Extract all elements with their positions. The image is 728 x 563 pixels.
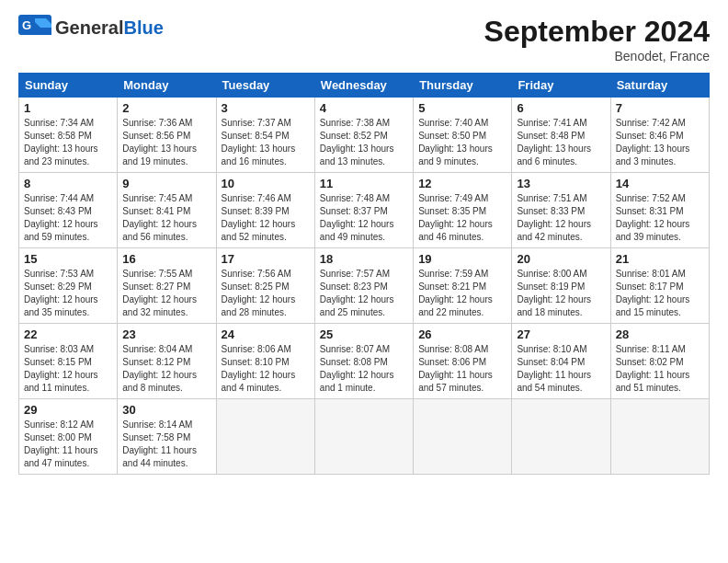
day-info: Sunrise: 8:08 AMSunset: 8:06 PMDaylight:… (418, 343, 506, 395)
day-info: Sunrise: 8:04 AMSunset: 8:12 PMDaylight:… (122, 343, 210, 395)
calendar-cell: 23Sunrise: 8:04 AMSunset: 8:12 PMDayligh… (118, 324, 216, 399)
svg-text:G: G (22, 18, 31, 32)
day-number: 5 (418, 101, 506, 115)
day-info: Sunrise: 7:48 AMSunset: 8:37 PMDaylight:… (320, 192, 408, 244)
day-info: Sunrise: 8:12 AMSunset: 8:00 PMDaylight:… (24, 419, 112, 470)
day-number: 9 (122, 177, 210, 190)
day-number: 27 (517, 327, 605, 341)
day-info: Sunrise: 7:34 AMSunset: 8:58 PMDaylight:… (24, 117, 112, 168)
day-info: Sunrise: 8:01 AMSunset: 8:17 PMDaylight:… (616, 268, 704, 319)
day-info: Sunrise: 8:00 AMSunset: 8:19 PMDaylight:… (517, 268, 605, 319)
header-thursday: Thursday (414, 74, 512, 98)
logo: G GeneralBlue (18, 15, 164, 40)
day-number: 7 (616, 101, 704, 115)
calendar-cell: 22Sunrise: 8:03 AMSunset: 8:15 PMDayligh… (19, 324, 118, 399)
day-info: Sunrise: 7:40 AMSunset: 8:50 PMDaylight:… (418, 117, 506, 168)
day-info: Sunrise: 7:52 AMSunset: 8:31 PMDaylight:… (616, 192, 704, 244)
day-number: 3 (222, 101, 310, 115)
calendar-cell: 4Sunrise: 7:38 AMSunset: 8:52 PMDaylight… (314, 98, 413, 173)
header-tuesday: Tuesday (216, 74, 314, 98)
header: G GeneralBlue September 2024 Benodet, Fr… (18, 15, 710, 63)
calendar-cell: 12Sunrise: 7:49 AMSunset: 8:35 PMDayligh… (414, 173, 512, 248)
day-info: Sunrise: 7:38 AMSunset: 8:52 PMDaylight:… (320, 117, 408, 168)
day-number: 30 (122, 403, 210, 417)
calendar-cell: 10Sunrise: 7:46 AMSunset: 8:39 PMDayligh… (216, 173, 314, 248)
month-title: September 2024 (484, 15, 710, 49)
day-number: 13 (517, 177, 605, 190)
calendar-cell: 28Sunrise: 8:11 AMSunset: 8:02 PMDayligh… (610, 324, 709, 399)
day-info: Sunrise: 8:03 AMSunset: 8:15 PMDaylight:… (24, 343, 112, 395)
calendar-week-row: 22Sunrise: 8:03 AMSunset: 8:15 PMDayligh… (19, 324, 710, 399)
calendar-cell: 30Sunrise: 8:14 AMSunset: 7:58 PMDayligh… (118, 399, 216, 475)
day-info: Sunrise: 7:44 AMSunset: 8:43 PMDaylight:… (24, 192, 112, 244)
day-number: 20 (517, 252, 605, 266)
day-number: 19 (418, 252, 506, 266)
calendar-cell: 29Sunrise: 8:12 AMSunset: 8:00 PMDayligh… (19, 399, 118, 475)
weekday-header-row: Sunday Monday Tuesday Wednesday Thursday… (19, 74, 710, 98)
day-number: 11 (320, 177, 408, 190)
calendar-cell: 2Sunrise: 7:36 AMSunset: 8:56 PMDaylight… (118, 98, 216, 173)
calendar-cell: 20Sunrise: 8:00 AMSunset: 8:19 PMDayligh… (512, 248, 610, 324)
calendar-cell: 13Sunrise: 7:51 AMSunset: 8:33 PMDayligh… (512, 173, 610, 248)
day-info: Sunrise: 7:51 AMSunset: 8:33 PMDaylight:… (517, 192, 605, 244)
day-info: Sunrise: 8:06 AMSunset: 8:10 PMDaylight:… (222, 343, 310, 395)
calendar-cell: 11Sunrise: 7:48 AMSunset: 8:37 PMDayligh… (314, 173, 413, 248)
day-number: 4 (320, 101, 408, 115)
svg-marker-3 (40, 28, 51, 35)
day-info: Sunrise: 7:57 AMSunset: 8:23 PMDaylight:… (320, 268, 408, 319)
day-number: 8 (24, 177, 112, 190)
calendar-cell (414, 399, 512, 475)
calendar-cell (610, 399, 709, 475)
header-sunday: Sunday (19, 74, 118, 98)
calendar-cell: 18Sunrise: 7:57 AMSunset: 8:23 PMDayligh… (314, 248, 413, 324)
day-info: Sunrise: 7:49 AMSunset: 8:35 PMDaylight:… (418, 192, 506, 244)
day-number: 25 (320, 327, 408, 341)
day-info: Sunrise: 7:59 AMSunset: 8:21 PMDaylight:… (418, 268, 506, 319)
location: Benodet, France (484, 49, 710, 63)
calendar-cell: 16Sunrise: 7:55 AMSunset: 8:27 PMDayligh… (118, 248, 216, 324)
day-number: 21 (616, 252, 704, 266)
day-number: 10 (222, 177, 310, 190)
calendar-body: 1Sunrise: 7:34 AMSunset: 8:58 PMDaylight… (19, 98, 710, 475)
header-monday: Monday (118, 74, 216, 98)
day-info: Sunrise: 7:45 AMSunset: 8:41 PMDaylight:… (122, 192, 210, 244)
logo-general: General (55, 17, 123, 38)
day-number: 23 (122, 327, 210, 341)
calendar-week-row: 1Sunrise: 7:34 AMSunset: 8:58 PMDaylight… (19, 98, 710, 173)
calendar-cell: 8Sunrise: 7:44 AMSunset: 8:43 PMDaylight… (19, 173, 118, 248)
calendar-cell: 7Sunrise: 7:42 AMSunset: 8:46 PMDaylight… (610, 98, 709, 173)
header-saturday: Saturday (610, 74, 709, 98)
header-friday: Friday (512, 74, 610, 98)
calendar-cell (314, 399, 413, 475)
header-wednesday: Wednesday (314, 74, 413, 98)
calendar-cell: 25Sunrise: 8:07 AMSunset: 8:08 PMDayligh… (314, 324, 413, 399)
day-info: Sunrise: 7:37 AMSunset: 8:54 PMDaylight:… (222, 117, 310, 168)
page: G GeneralBlue September 2024 Benodet, Fr… (0, 0, 728, 563)
day-number: 26 (418, 327, 506, 341)
calendar-cell: 9Sunrise: 7:45 AMSunset: 8:41 PMDaylight… (118, 173, 216, 248)
day-number: 22 (24, 327, 112, 341)
day-number: 14 (616, 177, 704, 190)
day-info: Sunrise: 7:56 AMSunset: 8:25 PMDaylight:… (222, 268, 310, 319)
calendar-cell: 15Sunrise: 7:53 AMSunset: 8:29 PMDayligh… (19, 248, 118, 324)
calendar-cell: 1Sunrise: 7:34 AMSunset: 8:58 PMDaylight… (19, 98, 118, 173)
calendar-cell: 27Sunrise: 8:10 AMSunset: 8:04 PMDayligh… (512, 324, 610, 399)
calendar-cell: 17Sunrise: 7:56 AMSunset: 8:25 PMDayligh… (216, 248, 314, 324)
day-number: 29 (24, 403, 112, 417)
title-area: September 2024 Benodet, France (484, 15, 710, 63)
day-number: 16 (122, 252, 210, 266)
calendar-week-row: 29Sunrise: 8:12 AMSunset: 8:00 PMDayligh… (19, 399, 710, 475)
day-number: 18 (320, 252, 408, 266)
calendar-cell: 14Sunrise: 7:52 AMSunset: 8:31 PMDayligh… (610, 173, 709, 248)
day-info: Sunrise: 7:53 AMSunset: 8:29 PMDaylight:… (24, 268, 112, 319)
calendar-week-row: 15Sunrise: 7:53 AMSunset: 8:29 PMDayligh… (19, 248, 710, 324)
day-number: 12 (418, 177, 506, 190)
day-number: 6 (517, 101, 605, 115)
calendar-cell: 19Sunrise: 7:59 AMSunset: 8:21 PMDayligh… (414, 248, 512, 324)
calendar-cell: 5Sunrise: 7:40 AMSunset: 8:50 PMDaylight… (414, 98, 512, 173)
calendar-cell: 6Sunrise: 7:41 AMSunset: 8:48 PMDaylight… (512, 98, 610, 173)
day-number: 28 (616, 327, 704, 341)
calendar-cell: 26Sunrise: 8:08 AMSunset: 8:06 PMDayligh… (414, 324, 512, 399)
calendar-cell: 21Sunrise: 8:01 AMSunset: 8:17 PMDayligh… (610, 248, 709, 324)
calendar-week-row: 8Sunrise: 7:44 AMSunset: 8:43 PMDaylight… (19, 173, 710, 248)
